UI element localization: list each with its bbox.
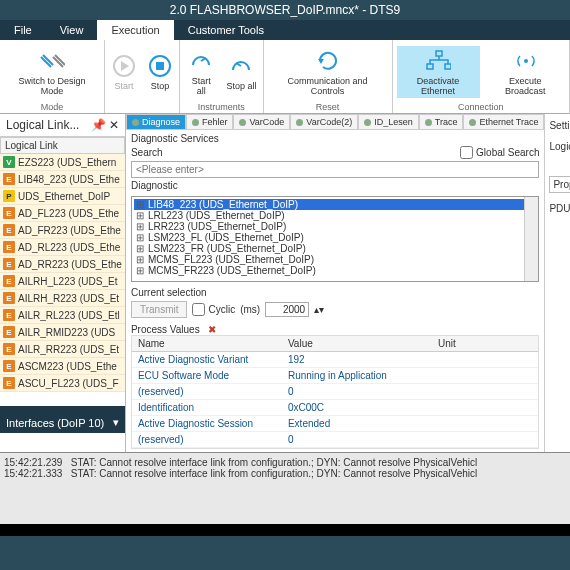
expand-icon[interactable]: ⊞ bbox=[136, 210, 146, 221]
table-row[interactable]: Active Diagnostic Variant192 bbox=[132, 352, 539, 368]
table-row[interactable]: (reserved)0 bbox=[132, 432, 539, 448]
group-mode-label: Mode bbox=[41, 102, 64, 112]
tab-ethernet trace[interactable]: Ethernet Trace bbox=[463, 114, 544, 130]
list-item[interactable]: EASCU_FL223 (UDS_F bbox=[0, 375, 125, 392]
list-item[interactable]: EAILR_RR223 (UDS_Et bbox=[0, 341, 125, 358]
tab-settings[interactable]: Settings bbox=[549, 120, 570, 131]
interfaces-footer[interactable]: Interfaces (DoIP 10) bbox=[6, 417, 104, 429]
list-item[interactable]: EAILRH_L223 (UDS_Et bbox=[0, 273, 125, 290]
start-button[interactable]: Start bbox=[109, 51, 139, 93]
process-values-title: Process Values bbox=[131, 324, 200, 335]
tree-item[interactable]: ⊞ LRR223 (UDS_Ethernet_DoIP) bbox=[134, 221, 537, 232]
diagnostic-tree[interactable]: ⊞ LIB48_223 (UDS_Ethernet_DoIP)⊞ LRL223 … bbox=[131, 196, 540, 282]
tab-varcode[interactable]: VarCode bbox=[233, 114, 290, 130]
menu-customer-tools[interactable]: Customer Tools bbox=[174, 20, 278, 40]
table-row[interactable]: Identification0xC00C bbox=[132, 400, 539, 416]
group-reset-label: Reset bbox=[316, 102, 340, 112]
table-row[interactable]: ECU Software ModeRunning in Application bbox=[132, 368, 539, 384]
list-item[interactable]: EAD_FR223 (UDS_Ethe bbox=[0, 222, 125, 239]
tree-item[interactable]: ⊞ LIB48_223 (UDS_Ethernet_DoIP) bbox=[134, 199, 537, 210]
svg-rect-3 bbox=[156, 62, 164, 70]
scrollbar[interactable] bbox=[524, 197, 538, 281]
menu-execution[interactable]: Execution bbox=[97, 20, 173, 40]
stop-icon bbox=[147, 53, 173, 79]
svg-marker-6 bbox=[318, 59, 324, 64]
stop-button[interactable]: Stop bbox=[145, 51, 175, 93]
ethernet-icon bbox=[425, 48, 451, 74]
group-connection-label: Connection bbox=[458, 102, 504, 112]
col-unit[interactable]: Unit bbox=[432, 336, 539, 351]
tree-item[interactable]: ⊞ LSM223_FR (UDS_Ethernet_DoIP) bbox=[134, 243, 537, 254]
tab-fehler[interactable]: Fehler bbox=[186, 114, 234, 130]
tab-id_lesen[interactable]: ID_Lesen bbox=[358, 114, 419, 130]
diagnostic-services-title: Diagnostic Services bbox=[131, 133, 540, 144]
window-title: 2.0 FLASHBROWSER_DoIP.mncx* - DTS9 bbox=[0, 0, 570, 20]
tree-item[interactable]: ⊞ MCMS_FR223 (UDS_Ethernet_DoIP) bbox=[134, 265, 537, 276]
list-item[interactable]: VEZS223 (UDS_Ethern bbox=[0, 154, 125, 171]
expand-icon[interactable]: ⊞ bbox=[136, 199, 146, 210]
pin-icon[interactable]: 📌 ✕ bbox=[91, 118, 119, 132]
cyclic-ms-input[interactable]: 2000 bbox=[265, 302, 309, 317]
list-item[interactable]: EAD_RR223 (UDS_Ethe bbox=[0, 256, 125, 273]
tree-item[interactable]: ⊞ MCMS_FL223 (UDS_Ethernet_DoIP) bbox=[134, 254, 537, 265]
chevron-down-icon[interactable]: ▾ bbox=[113, 416, 119, 429]
search-input[interactable] bbox=[131, 161, 540, 178]
tab-diagnose[interactable]: Diagnose bbox=[126, 114, 186, 130]
status-badge: V bbox=[3, 156, 15, 168]
status-badge: E bbox=[3, 258, 15, 270]
status-badge: E bbox=[3, 207, 15, 219]
comm-controls-button[interactable]: Communication and Controls bbox=[268, 46, 388, 98]
list-item[interactable]: EAILR_RL223 (UDS_Etl bbox=[0, 307, 125, 324]
ribbon: Switch to Design Mode Mode Start Stop St… bbox=[0, 40, 570, 114]
execute-broadcast-button[interactable]: Execute Broadcast bbox=[486, 46, 566, 98]
global-search-checkbox[interactable]: Global Search bbox=[460, 146, 539, 159]
group-instruments-label: Instruments bbox=[198, 102, 245, 112]
list-item[interactable]: ELIB48_223 (UDS_Ethe bbox=[0, 171, 125, 188]
list-item[interactable]: EAILRH_R223 (UDS_Et bbox=[0, 290, 125, 307]
tab-trace[interactable]: Trace bbox=[419, 114, 464, 130]
stop-all-icon bbox=[228, 53, 254, 79]
logical-link-panel: Logical Link... 📌 ✕ Logical Link VEZS223… bbox=[0, 114, 126, 452]
list-item[interactable]: EASCM223 (UDS_Ethe bbox=[0, 358, 125, 375]
status-badge: E bbox=[3, 173, 15, 185]
col-value[interactable]: Value bbox=[282, 336, 432, 351]
status-badge: E bbox=[3, 377, 15, 389]
expand-icon[interactable]: ⊞ bbox=[136, 265, 146, 276]
transmit-button[interactable]: Transmit bbox=[131, 301, 188, 318]
stepper-icon[interactable]: ▴▾ bbox=[314, 304, 324, 315]
list-item[interactable]: EAILR_RMID223 (UDS bbox=[0, 324, 125, 341]
tree-item[interactable]: ⊞ LRL223 (UDS_Ethernet_DoIP) bbox=[134, 210, 537, 221]
table-row[interactable]: Active Diagnostic SessionExtended bbox=[132, 416, 539, 432]
refresh-icon bbox=[315, 48, 341, 74]
status-dot-icon bbox=[364, 119, 371, 126]
list-item[interactable]: EAD_RL223 (UDS_Ethe bbox=[0, 239, 125, 256]
switch-design-mode-button[interactable]: Switch to Design Mode bbox=[4, 46, 100, 98]
status-dot-icon bbox=[239, 119, 246, 126]
expand-icon[interactable]: ⊞ bbox=[136, 232, 146, 243]
logical-link-column-header[interactable]: Logical Link bbox=[0, 137, 125, 154]
start-all-button[interactable]: Start all bbox=[184, 46, 218, 98]
status-dot-icon bbox=[425, 119, 432, 126]
tree-item[interactable]: ⊞ LSM223_FL (UDS_Ethernet_DoIP) bbox=[134, 232, 537, 243]
logical-link-title: Logical Link... bbox=[6, 118, 79, 132]
start-all-icon bbox=[188, 48, 214, 74]
col-name[interactable]: Name bbox=[132, 336, 282, 351]
log-output: 15:42:21.239 STAT: Cannot resolve interf… bbox=[0, 452, 570, 524]
menubar: File View Execution Customer Tools bbox=[0, 20, 570, 40]
clear-icon[interactable]: ✖ bbox=[208, 324, 216, 335]
expand-icon[interactable]: ⊞ bbox=[136, 254, 146, 265]
stop-all-button[interactable]: Stop all bbox=[224, 51, 258, 93]
menu-view[interactable]: View bbox=[46, 20, 98, 40]
tab-varcode(2)[interactable]: VarCode(2) bbox=[290, 114, 358, 130]
deactivate-ethernet-button[interactable]: Deactivate Ethernet bbox=[397, 46, 480, 98]
menu-file[interactable]: File bbox=[0, 20, 46, 40]
svg-rect-7 bbox=[436, 51, 442, 56]
list-item[interactable]: EAD_FL223 (UDS_Ethe bbox=[0, 205, 125, 222]
table-row[interactable]: (reserved)0 bbox=[132, 384, 539, 400]
cyclic-checkbox[interactable]: Cyclic bbox=[192, 303, 235, 316]
list-item[interactable]: PUDS_Ethernet_DoIP bbox=[0, 188, 125, 205]
status-badge: P bbox=[3, 190, 15, 202]
status-badge: E bbox=[3, 224, 15, 236]
expand-icon[interactable]: ⊞ bbox=[136, 243, 146, 254]
expand-icon[interactable]: ⊞ bbox=[136, 221, 146, 232]
